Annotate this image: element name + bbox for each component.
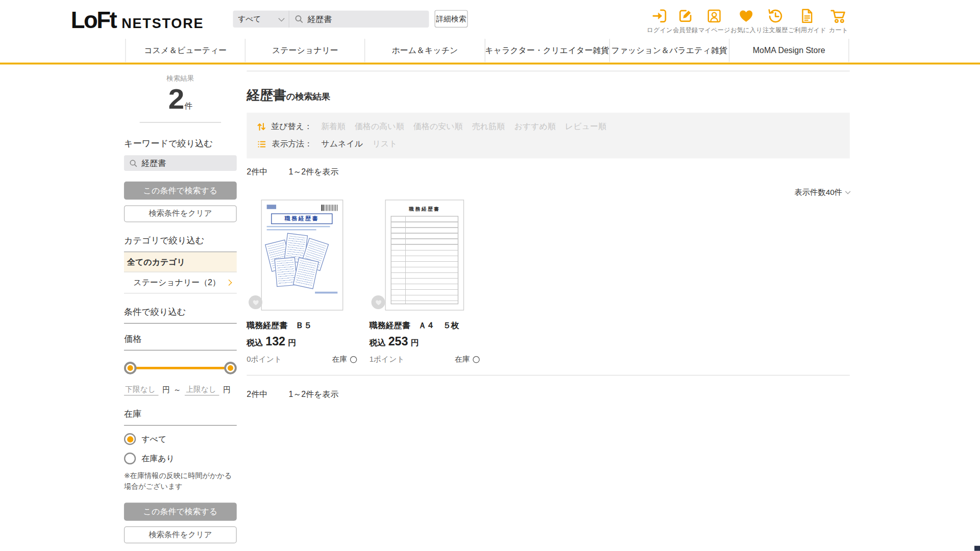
stock-option-all[interactable]: すべて xyxy=(124,433,237,445)
order-history-link[interactable]: 注文履歴 xyxy=(763,7,788,34)
stock-option-in-stock[interactable]: 在庫あり xyxy=(124,453,237,464)
order-history-icon xyxy=(767,7,783,24)
view-mode-row: 表示方法： サムネイル リスト xyxy=(257,138,840,149)
scrollbar-corner xyxy=(974,546,980,551)
favorite-button[interactable] xyxy=(249,295,262,309)
doc-barcode xyxy=(321,205,337,211)
per-page-label: 表示件数40件 xyxy=(794,187,842,198)
product-meta: 1ポイント 在庫 xyxy=(370,354,480,365)
product-name[interactable]: 職務経歴書 Ｂ５ xyxy=(247,320,357,331)
sort-option-price-high[interactable]: 価格の高い順 xyxy=(355,121,404,132)
price-min-input[interactable] xyxy=(124,384,158,395)
site-header: LoFt NETSTORE すべて 詳細検索 ログイン xyxy=(0,0,980,39)
favorites-link[interactable]: お気に入り xyxy=(730,7,762,34)
advanced-search-button[interactable]: 詳細検索 xyxy=(434,10,468,28)
price-max-input[interactable] xyxy=(185,384,219,395)
loft-logo[interactable]: LoFt NETSTORE xyxy=(71,8,204,34)
radio-selected-icon xyxy=(124,433,136,445)
result-count-label: 検索結果 xyxy=(124,74,237,83)
result-range-text: 1～2件を表示 xyxy=(288,389,338,398)
header-search-bar: すべて xyxy=(233,11,429,28)
category-item-stationery[interactable]: ステーショナリー（2） xyxy=(124,272,237,294)
view-option-list[interactable]: リスト xyxy=(372,138,397,149)
keyword-filter-input[interactable] xyxy=(141,158,232,167)
cart-link[interactable]: カート xyxy=(826,7,850,34)
search-category-select[interactable]: すべて xyxy=(233,11,289,28)
guide-link[interactable]: ご利用ガイド xyxy=(788,7,826,34)
product-image[interactable]: 職務経歴書 xyxy=(261,199,343,310)
nav-item-home-kitchen[interactable]: ホーム＆キッチン xyxy=(364,39,484,62)
product-stock: 在庫 xyxy=(455,354,480,365)
category-nav: コスメ＆ビューティー ステーショナリー ホーム＆キッチン キャラクター・クリエイ… xyxy=(125,39,849,62)
clear-filter-button-bottom[interactable]: 検索条件をクリア xyxy=(124,527,237,543)
page-title-suffix: の検索結果 xyxy=(286,91,330,102)
result-range-row-top: 2件中 1～2件を表示 xyxy=(247,166,849,178)
price-slider-handle-max[interactable] xyxy=(224,362,237,374)
view-mode-label: 表示方法： xyxy=(272,138,312,149)
view-option-thumbnail[interactable]: サムネイル xyxy=(321,138,363,149)
product-price: 税込 132 円 xyxy=(247,335,357,348)
list-view-icon xyxy=(257,139,267,148)
product-image-zone: 職務経歴書 xyxy=(370,199,480,310)
per-page-select[interactable]: 表示件数40件 xyxy=(794,187,849,198)
result-total-text: 2件中 xyxy=(247,389,267,398)
product-image[interactable]: 職務経歴書 xyxy=(385,199,464,310)
favorite-button[interactable] xyxy=(372,295,385,309)
product-card[interactable]: 職務経歴書 職務経歴書 Ａ４ ５枚 税込 253 円 1ポ xyxy=(370,199,480,365)
sort-option-price-low[interactable]: 価格の安い順 xyxy=(413,121,462,132)
nav-item-stationery[interactable]: ステーショナリー xyxy=(245,39,365,62)
search-icon xyxy=(129,159,138,167)
sort-option-recommended[interactable]: おすすめ順 xyxy=(514,121,555,132)
nav-item-moma[interactable]: MoMA Design Store xyxy=(729,39,849,62)
result-total-text: 2件中 xyxy=(247,167,267,177)
price-unit-label: 円 xyxy=(162,385,170,396)
price-filter-title: 価格 xyxy=(124,334,237,350)
doc-title-text: 職務経歴書 xyxy=(272,213,332,224)
favorites-label: お気に入り xyxy=(730,26,762,34)
mypage-label: マイページ xyxy=(698,26,730,34)
page-title: 経歴書の検索結果 xyxy=(247,81,849,104)
filter-sidebar: 検索結果 2件 キーワードで絞り込む この条件で検索する 検索条件をクリア カテ… xyxy=(124,64,237,543)
per-page-row: 表示件数40件 xyxy=(247,187,849,198)
stock-label: 在庫 xyxy=(455,354,470,365)
sort-option-review[interactable]: レビュー順 xyxy=(565,121,606,132)
price-slider-handle-min[interactable] xyxy=(124,362,137,374)
stock-label: 在庫 xyxy=(332,354,347,365)
chevron-right-icon xyxy=(226,280,232,286)
nav-item-cosme-beauty[interactable]: コスメ＆ビューティー xyxy=(125,39,245,62)
header-search-input[interactable] xyxy=(307,14,424,23)
login-link[interactable]: ログイン xyxy=(647,7,672,34)
main-top-divider xyxy=(247,71,849,71)
product-card[interactable]: 職務経歴書 xyxy=(247,199,357,365)
apply-filter-button-bottom[interactable]: この条件で検索する xyxy=(124,503,237,521)
heart-icon xyxy=(252,298,260,307)
product-points: 1ポイント xyxy=(370,354,404,365)
mypage-link[interactable]: マイページ xyxy=(698,7,730,34)
result-range-text: 1～2件を表示 xyxy=(288,167,338,177)
mypage-icon xyxy=(706,7,723,24)
register-link[interactable]: 会員登録 xyxy=(673,7,698,34)
sort-option-new[interactable]: 新着順 xyxy=(321,121,346,132)
sort-arrows-icon xyxy=(257,122,266,131)
search-input-wrap xyxy=(289,14,429,23)
category-filter-title: カテゴリで絞り込む xyxy=(124,235,237,252)
apply-filter-button-top[interactable]: この条件で検索する xyxy=(124,182,237,200)
product-name[interactable]: 職務経歴書 Ａ４ ５枚 xyxy=(370,320,480,331)
price-unit: 円 xyxy=(410,337,419,348)
register-label: 会員登録 xyxy=(673,26,698,34)
sort-option-best-selling[interactable]: 売れ筋順 xyxy=(472,121,505,132)
price-tilde-label: ～ xyxy=(174,385,181,396)
nav-item-character-goods[interactable]: キャラクター・クリエイター雑貨 xyxy=(484,39,609,62)
clear-filter-button-top[interactable]: 検索条件をクリア xyxy=(124,205,237,222)
doc-form-table xyxy=(391,216,458,304)
price-value: 132 xyxy=(265,335,285,348)
sort-bar: 並び替え： 新着順 価格の高い順 価格の安い順 売れ筋順 おすすめ順 レビュー順… xyxy=(247,113,849,159)
order-history-label: 注文履歴 xyxy=(763,26,788,34)
doc-logo-mark xyxy=(266,205,276,209)
nav-item-fashion-variety[interactable]: ファッション＆バラエティ雑貨 xyxy=(609,39,729,62)
all-categories-item[interactable]: 全てのカテゴリ xyxy=(124,252,237,272)
radio-unselected-icon xyxy=(124,453,136,464)
doc-footer-line xyxy=(314,292,337,294)
page-title-keyword: 経歴書 xyxy=(247,88,286,102)
keyword-filter-title: キーワードで絞り込む xyxy=(124,138,237,149)
